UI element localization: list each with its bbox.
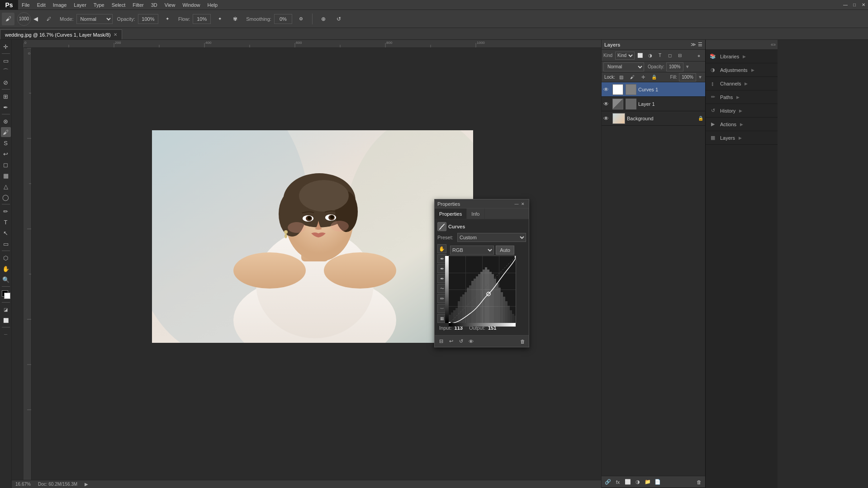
menu-layer[interactable]: Layer [70, 0, 90, 9]
minimize-button[interactable]: — [841, 0, 850, 10]
lock-transparent-btn[interactable]: ▨ [617, 73, 626, 82]
adjustment-layer-btn[interactable]: ◑ [633, 478, 642, 487]
erase-to-history-button[interactable]: ↺ [332, 13, 345, 25]
curves-hand-tool[interactable]: ✋ [437, 244, 446, 253]
shape-tool[interactable]: ▭ [1, 239, 11, 249]
layers-panel-expand[interactable]: ≫ [691, 42, 696, 47]
menu-select[interactable]: Select [108, 0, 129, 9]
libraries-panel-row[interactable]: 📚 Libraries ▶ [706, 50, 778, 63]
document-tab[interactable]: wedding.jpg @ 16.7% (Curves 1, Layer Mas… [0, 29, 122, 39]
maximize-button[interactable]: □ [850, 0, 859, 10]
layers-panel-menu[interactable]: ☰ [698, 42, 702, 47]
screen-mode-button[interactable]: ⬜ [1, 315, 11, 325]
visibility-btn[interactable]: 👁 [466, 337, 475, 346]
smoothing-options[interactable]: ⚙ [295, 13, 308, 25]
shape-filter-btn[interactable]: ◻ [665, 51, 674, 60]
pen-tool[interactable]: ✏ [1, 206, 11, 216]
curves-graph[interactable] [448, 256, 516, 323]
new-group-btn[interactable]: 📁 [643, 478, 652, 487]
channels-panel-row[interactable]: ⫿ Channels ▶ [706, 77, 778, 90]
foreground-background-colors[interactable] [1, 289, 11, 299]
adjustments-panel-row[interactable]: ◑ Adjustments ▶ [706, 63, 778, 77]
more-tools[interactable]: ··· [1, 329, 11, 339]
brush-tool-button[interactable]: 🖌 [2, 13, 14, 25]
layer-visibility-background[interactable]: 👁 [603, 115, 611, 122]
clone-stamp-tool[interactable]: S [1, 138, 11, 148]
adjustment-filter-btn[interactable]: ◑ [645, 51, 655, 60]
move-tool[interactable]: ✛ [1, 42, 11, 52]
eraser-tool[interactable]: ◻ [1, 160, 11, 170]
lasso-tool[interactable]: ⌒ [1, 66, 11, 76]
menu-help[interactable]: Help [204, 0, 222, 9]
eyedropper-tool[interactable]: ✒ [1, 102, 11, 112]
layer-item-curves1[interactable]: 👁 Curves 1 [602, 82, 705, 97]
menu-view[interactable]: View [161, 0, 179, 9]
properties-close-btn[interactable]: ✕ [520, 201, 526, 207]
actions-panel-row[interactable]: ▶ Actions ▶ [706, 118, 778, 131]
menu-edit[interactable]: Edit [33, 0, 49, 9]
hand-tool[interactable]: ✋ [1, 264, 11, 274]
menu-3d[interactable]: 3D [147, 0, 161, 9]
quick-selection-tool[interactable]: ⊘ [1, 77, 11, 87]
properties-titlebar[interactable]: Properties — ✕ [435, 199, 529, 208]
tab-close-button[interactable]: ✕ [114, 32, 117, 37]
add-mask-btn[interactable]: ⬜ [623, 478, 632, 487]
filter-toggle-btn[interactable]: ● [694, 51, 703, 60]
clip-to-layer-btn[interactable]: ⊟ [436, 337, 446, 346]
airbrush-button[interactable]: ✾ [229, 13, 242, 25]
pixel-filter-btn[interactable]: ⬜ [636, 51, 645, 60]
menu-filter[interactable]: Filter [129, 0, 147, 9]
lock-position-btn[interactable]: ✛ [639, 73, 648, 82]
curves-svg[interactable] [449, 256, 516, 323]
lock-pixels-btn[interactable]: 🖌 [628, 73, 637, 82]
use-previous-btn[interactable]: ↩ [446, 337, 455, 346]
layer-item-background[interactable]: 👁 Background 🔒 [602, 111, 705, 126]
menu-image[interactable]: Image [49, 0, 71, 9]
properties-minimize-btn[interactable]: — [513, 201, 520, 207]
symmetry-button[interactable]: ⊕ [317, 13, 330, 25]
type-filter-btn[interactable]: T [655, 51, 664, 60]
history-brush-tool[interactable]: ↩ [1, 149, 11, 159]
collapse-toggle[interactable]: «» [771, 42, 776, 47]
fill-toggle-btn[interactable]: ▼ [698, 75, 702, 80]
path-selection-tool[interactable]: ↖ [1, 228, 11, 238]
history-panel-row[interactable]: ↺ History ▶ [706, 104, 778, 118]
brush-preset-picker[interactable]: 1000 [17, 12, 31, 26]
quick-mask-button[interactable]: ◪ [1, 304, 11, 314]
lock-all-btn[interactable]: 🔒 [650, 73, 659, 82]
blur-tool[interactable]: △ [1, 181, 11, 191]
blend-mode-select[interactable]: Normal [76, 14, 113, 24]
layer-link-btn[interactable]: 🔗 [603, 478, 612, 487]
brush-toggle-button[interactable]: ◀ [32, 13, 40, 25]
flow-input[interactable]: 10% [193, 14, 211, 24]
channel-select[interactable]: RGB Red Green Blue [450, 246, 494, 255]
rectangular-marquee-tool[interactable]: ▭ [1, 56, 11, 66]
info-tab[interactable]: Info [467, 208, 484, 219]
brush-mode-toggle[interactable]: 🖊 [43, 13, 55, 25]
fill-input[interactable] [679, 73, 696, 81]
brush-tool[interactable]: 🖌 [1, 127, 11, 137]
menu-file[interactable]: File [18, 0, 33, 9]
opacity-toggle[interactable]: ✦ [161, 13, 174, 25]
opacity-toggle-btn[interactable]: ▼ [685, 64, 690, 69]
healing-brush-tool[interactable]: ⊛ [1, 116, 11, 126]
properties-tab[interactable]: Properties [435, 208, 467, 219]
smart-object-filter-btn[interactable]: ⊟ [675, 51, 684, 60]
add-style-btn[interactable]: fx [613, 478, 622, 487]
kind-filter-select[interactable]: Kind [615, 52, 635, 60]
zoom-tool[interactable]: 🔍 [1, 275, 11, 284]
smoothing-input[interactable]: 0% [274, 14, 292, 24]
reset-btn[interactable]: ↺ [456, 337, 465, 346]
3d-tool[interactable]: ⬡ [1, 253, 11, 263]
blend-mode-dropdown[interactable]: Normal [603, 62, 644, 71]
menu-type[interactable]: Type [90, 0, 108, 9]
layer-visibility-curves1[interactable]: 👁 [603, 86, 611, 93]
gradient-tool[interactable]: ▦ [1, 171, 11, 180]
status-arrow[interactable]: ▶ [85, 482, 88, 487]
menu-window[interactable]: Window [179, 0, 204, 9]
layer-item-layer1[interactable]: 👁 Layer 1 [602, 97, 705, 111]
close-button[interactable]: ✕ [859, 0, 868, 10]
paths-panel-row[interactable]: ✏ Paths ▶ [706, 90, 778, 104]
auto-button[interactable]: Auto [496, 246, 514, 255]
layers-opacity-input[interactable] [666, 62, 683, 71]
